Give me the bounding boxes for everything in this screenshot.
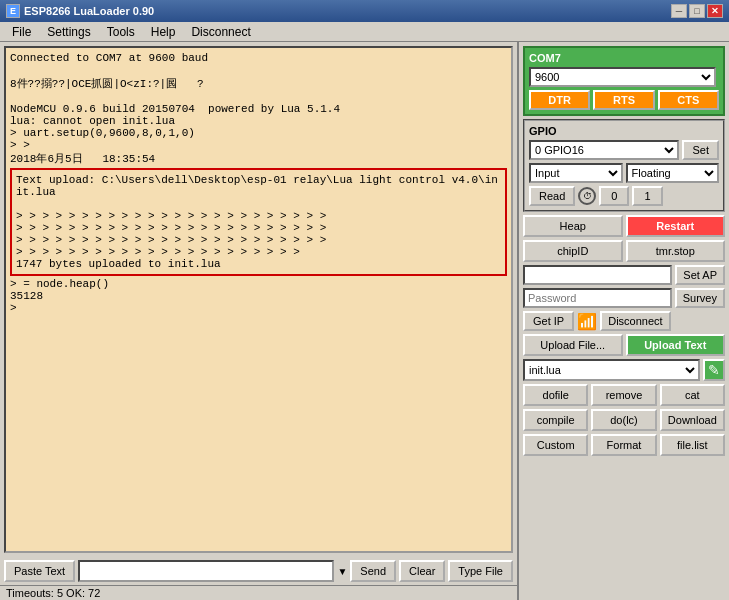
password-input[interactable]	[523, 288, 672, 308]
rts-button[interactable]: RTS	[593, 90, 654, 110]
getip-row: Get IP 📶 Disconnect	[523, 311, 725, 331]
chipid-row: chipID tmr.stop	[523, 240, 725, 262]
statusbar: Timeouts: 5 OK: 72	[0, 585, 517, 600]
heap-button[interactable]: Heap	[523, 215, 623, 237]
survey-button[interactable]: Survey	[675, 288, 725, 308]
gpio-bit1-button[interactable]: 1	[632, 186, 662, 206]
upload-block: Text upload: C:\Users\dell\Desktop\esp-0…	[10, 168, 507, 276]
terminal-pre-bottom: > = node.heap() 35128 >	[10, 278, 507, 314]
tmrstop-button[interactable]: tmr.stop	[626, 240, 726, 262]
terminal-pre-top: Connected to COM7 at 9600 baud 8件??搦??|O…	[10, 52, 507, 166]
send-button[interactable]: Send	[350, 560, 396, 582]
main-layout: Connected to COM7 at 9600 baud 8件??搦??|O…	[0, 42, 729, 600]
gpio-read-button[interactable]: Read	[529, 186, 575, 206]
gpio-pin-row: 0 GPIO16 1 GPIO5 2 GPIO4 Set	[529, 140, 719, 160]
custom-row: Custom Format file.list	[523, 434, 725, 456]
cts-button[interactable]: CTS	[658, 90, 719, 110]
titlebar: E ESP8266 LuaLoader 0.90 ─ □ ✕	[0, 0, 729, 22]
chipid-button[interactable]: chipID	[523, 240, 623, 262]
app-title: ESP8266 LuaLoader 0.90	[24, 5, 154, 17]
dtr-button[interactable]: DTR	[529, 90, 590, 110]
terminal-output[interactable]: Connected to COM7 at 9600 baud 8件??搦??|O…	[4, 46, 513, 553]
maximize-button[interactable]: □	[689, 4, 705, 18]
wifi-section: Set AP Survey Get IP 📶 Disconnect	[523, 265, 725, 331]
menu-settings[interactable]: Settings	[39, 24, 98, 40]
gpio-pin-select[interactable]: 0 GPIO16 1 GPIO5 2 GPIO4	[529, 140, 679, 160]
remove-button[interactable]: remove	[591, 384, 656, 406]
gpio-pull-select[interactable]: Floating Pullup	[626, 163, 720, 183]
dropdown-arrow[interactable]: ▼	[337, 566, 347, 577]
paste-text-button[interactable]: Paste Text	[4, 560, 75, 582]
dtr-rts-row: DTR RTS CTS	[529, 90, 719, 110]
com-section: COM7 9600 19200 115200 DTR RTS CTS	[523, 46, 725, 116]
send-input[interactable]	[78, 560, 334, 582]
format-button[interactable]: Format	[591, 434, 656, 456]
compile-button[interactable]: compile	[523, 409, 588, 431]
close-button[interactable]: ✕	[707, 4, 723, 18]
left-panel: Connected to COM7 at 9600 baud 8件??搦??|O…	[0, 42, 519, 600]
gpio-mode-select[interactable]: Input Output	[529, 163, 623, 183]
wifi-disconnect-button[interactable]: Disconnect	[600, 311, 670, 331]
upload-text-button[interactable]: Upload Text	[626, 334, 726, 356]
gpio-bit0-button[interactable]: 0	[599, 186, 629, 206]
pass-row: Survey	[523, 288, 725, 308]
cat-button[interactable]: cat	[660, 384, 725, 406]
com-label: COM7	[529, 52, 719, 64]
upload-file-button[interactable]: Upload File...	[523, 334, 623, 356]
window-controls: ─ □ ✕	[671, 4, 723, 18]
status-text: Timeouts: 5 OK: 72	[6, 587, 100, 599]
clock-icon[interactable]: ⏱	[578, 187, 596, 205]
type-file-button[interactable]: Type File	[448, 560, 513, 582]
gpio-read-row: Read ⏱ 0 1	[529, 186, 719, 206]
filename-select[interactable]: init.lua	[523, 359, 700, 381]
menubar: File Settings Tools Help Disconnect	[0, 22, 729, 42]
upload-row: Upload File... Upload Text	[523, 334, 725, 356]
gpio-section: GPIO 0 GPIO16 1 GPIO5 2 GPIO4 Set Input …	[523, 119, 725, 212]
gpio-title: GPIO	[529, 125, 719, 137]
filename-edit-button[interactable]: ✎	[703, 359, 725, 381]
dofile-row: dofile remove cat	[523, 384, 725, 406]
baud-select[interactable]: 9600 19200 115200	[529, 67, 716, 87]
getip-button[interactable]: Get IP	[523, 311, 574, 331]
dofile-button[interactable]: dofile	[523, 384, 588, 406]
heap-row: Heap Restart	[523, 215, 725, 237]
file-section: Upload File... Upload Text init.lua ✎ do…	[523, 334, 725, 456]
wifi-icon: 📶	[577, 312, 597, 331]
setap-button[interactable]: Set AP	[675, 265, 725, 285]
filename-row: init.lua ✎	[523, 359, 725, 381]
dolc-button[interactable]: do(lc)	[591, 409, 656, 431]
gpio-mode-row: Input Output Floating Pullup	[529, 163, 719, 183]
custom-button[interactable]: Custom	[523, 434, 588, 456]
baud-row: 9600 19200 115200	[529, 67, 719, 87]
download-button[interactable]: Download	[660, 409, 725, 431]
upload-pre: Text upload: C:\Users\dell\Desktop\esp-0…	[16, 174, 501, 270]
restart-button[interactable]: Restart	[626, 215, 726, 237]
menu-disconnect[interactable]: Disconnect	[183, 24, 258, 40]
compile-row: compile do(lc) Download	[523, 409, 725, 431]
bottom-bar: Paste Text ▼ Send Clear Type File	[0, 557, 517, 585]
filelist-button[interactable]: file.list	[660, 434, 725, 456]
clear-button[interactable]: Clear	[399, 560, 445, 582]
gpio-set-button[interactable]: Set	[682, 140, 719, 160]
menu-file[interactable]: File	[4, 24, 39, 40]
menu-help[interactable]: Help	[143, 24, 184, 40]
menu-tools[interactable]: Tools	[99, 24, 143, 40]
app-icon: E	[6, 4, 20, 18]
ap-row: Set AP	[523, 265, 725, 285]
minimize-button[interactable]: ─	[671, 4, 687, 18]
right-panel: COM7 9600 19200 115200 DTR RTS CTS GPIO …	[519, 42, 729, 600]
ap-input[interactable]	[523, 265, 672, 285]
